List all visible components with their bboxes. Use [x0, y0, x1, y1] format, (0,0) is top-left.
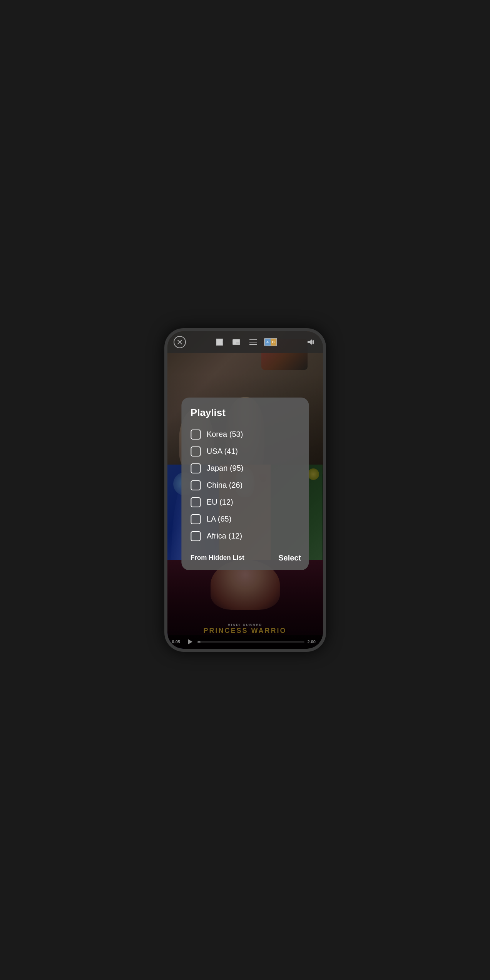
item-label-japan: Japan (95): [207, 464, 244, 473]
playlist-footer: From Hidden List Select: [191, 552, 301, 562]
checkbox-usa[interactable]: [191, 446, 201, 456]
item-label-china: China (26): [207, 481, 242, 490]
list-item[interactable]: LA (65): [191, 511, 301, 527]
item-label-usa: USA (41): [207, 447, 238, 456]
playlist-items: Korea (53) USA (41) Japan (95) China (26…: [191, 426, 301, 544]
item-label-eu: EU (12): [207, 498, 233, 507]
list-item[interactable]: USA (41): [191, 443, 301, 460]
pip-icon[interactable]: [230, 336, 242, 348]
close-icon[interactable]: [174, 336, 186, 348]
checkbox-africa[interactable]: [191, 531, 201, 541]
menu-icon[interactable]: [247, 336, 259, 348]
list-item[interactable]: EU (12): [191, 494, 301, 510]
playlist-title: Playlist: [191, 407, 301, 419]
svg-marker-8: [308, 339, 312, 345]
list-item[interactable]: Africa (12): [191, 528, 301, 544]
item-label-africa: Africa (12): [207, 532, 242, 540]
list-item[interactable]: Japan (95): [191, 460, 301, 477]
list-item[interactable]: China (26): [191, 477, 301, 493]
phone-frame: A B: [164, 328, 326, 652]
svg-rect-4: [236, 342, 239, 344]
list-item[interactable]: Korea (53): [191, 426, 301, 443]
top-bar: A B: [167, 331, 323, 353]
volume-icon[interactable]: [304, 336, 317, 348]
checkbox-china[interactable]: [191, 480, 201, 490]
checkbox-eu[interactable]: [191, 497, 201, 507]
checkbox-la[interactable]: [191, 514, 201, 524]
item-label-korea: Korea (53): [207, 430, 243, 439]
item-label-la: LA (65): [207, 515, 231, 524]
expand-icon[interactable]: [213, 336, 226, 348]
phone-screen: A B: [167, 331, 323, 649]
playlist-modal: Playlist Korea (53) USA (41) Japan (95) …: [181, 398, 309, 570]
checkbox-korea[interactable]: [191, 430, 201, 440]
select-button[interactable]: Select: [278, 554, 301, 562]
from-hidden-list-button[interactable]: From Hidden List: [191, 554, 244, 562]
checkbox-japan[interactable]: [191, 463, 201, 473]
ab-badge[interactable]: A B: [264, 338, 277, 346]
